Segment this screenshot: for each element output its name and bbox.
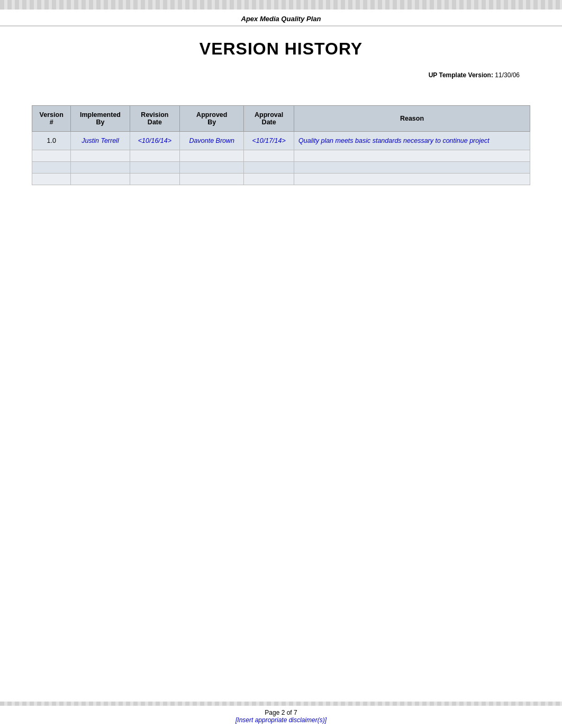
cell-implemented-by bbox=[71, 162, 130, 174]
bottom-bar-area: Page 2 of 7 [Insert appropriate disclaim… bbox=[0, 702, 562, 728]
cell-approved-by bbox=[180, 150, 244, 162]
cell-reason bbox=[294, 162, 530, 174]
table-row: 1.0Justin Terrell<10/16/14>Davonte Brown… bbox=[32, 132, 530, 150]
cell-approval-date: <10/17/14> bbox=[244, 132, 294, 150]
footer: Page 2 of 7 [Insert appropriate disclaim… bbox=[0, 706, 562, 728]
cell-implemented-by: Justin Terrell bbox=[71, 132, 130, 150]
col-header-implemented-by: ImplementedBy bbox=[71, 106, 130, 132]
doc-name: Apex Media Quality Plan bbox=[241, 15, 321, 23]
template-version-area: UP Template Version: 11/30/06 bbox=[0, 63, 562, 100]
cell-implemented-by bbox=[71, 174, 130, 185]
template-version-value: 11/30/06 bbox=[495, 71, 520, 79]
cell-approved-by: Davonte Brown bbox=[180, 132, 244, 150]
cell-approval-date bbox=[244, 162, 294, 174]
cell-revision-date bbox=[130, 174, 180, 185]
cell-revision-date bbox=[130, 150, 180, 162]
version-history-table-container: Version# ImplementedBy RevisionDate Appr… bbox=[0, 105, 562, 185]
cell-approval-date bbox=[244, 174, 294, 185]
cell-revision-date bbox=[130, 162, 180, 174]
cell-revision-date: <10/16/14> bbox=[130, 132, 180, 150]
col-header-revision-date: RevisionDate bbox=[130, 106, 180, 132]
cell-reason: Quality plan meets basic standards neces… bbox=[294, 132, 530, 150]
cell-approved-by bbox=[180, 162, 244, 174]
cell-version bbox=[32, 150, 71, 162]
page-title: VERSION HISTORY bbox=[0, 39, 562, 59]
col-header-version: Version# bbox=[32, 106, 71, 132]
cell-version bbox=[32, 162, 71, 174]
table-row bbox=[32, 150, 530, 162]
cell-version: 1.0 bbox=[32, 132, 71, 150]
cell-reason bbox=[294, 150, 530, 162]
template-version-label: UP Template Version: bbox=[429, 71, 493, 79]
page-title-section: VERSION HISTORY bbox=[0, 26, 562, 63]
col-header-reason: Reason bbox=[294, 106, 530, 132]
table-row bbox=[32, 174, 530, 185]
cell-approval-date bbox=[244, 150, 294, 162]
cell-implemented-by bbox=[71, 150, 130, 162]
version-history-table: Version# ImplementedBy RevisionDate Appr… bbox=[32, 105, 530, 185]
cell-reason bbox=[294, 174, 530, 185]
disclaimer-text: [Insert appropriate disclaimer(s)] bbox=[0, 716, 562, 724]
page-number: Page 2 of 7 bbox=[0, 709, 562, 716]
table-header-row: Version# ImplementedBy RevisionDate Appr… bbox=[32, 106, 530, 132]
table-row bbox=[32, 162, 530, 174]
bottom-decorative-bar bbox=[0, 702, 562, 706]
top-decorative-bar bbox=[0, 0, 562, 10]
cell-approved-by bbox=[180, 174, 244, 185]
col-header-approved-by: ApprovedBy bbox=[180, 106, 244, 132]
cell-version bbox=[32, 174, 71, 185]
col-header-approval-date: ApprovalDate bbox=[244, 106, 294, 132]
doc-header: Apex Media Quality Plan bbox=[0, 10, 562, 26]
